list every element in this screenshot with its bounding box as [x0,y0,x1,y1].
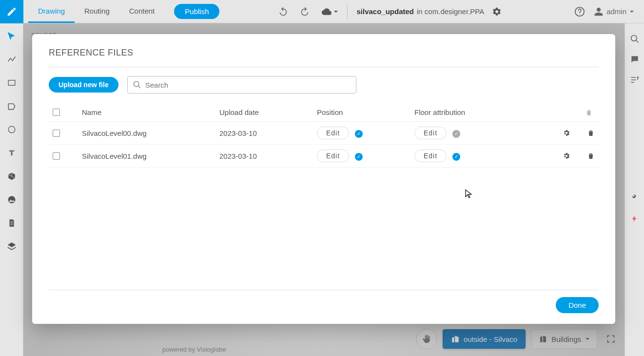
tab-content[interactable]: Content [119,0,165,23]
project-context: in com.designer.PPA [417,7,484,16]
tools-icon[interactable] [630,193,640,203]
right-toolrail [624,23,644,356]
col-floor: Floor attribution [414,108,536,116]
row-checkbox[interactable] [53,152,60,160]
table-row: SilvacoLevel01.dwg 2023-03-10 Edit ✓ Edi… [49,145,599,168]
chat-icon[interactable] [630,55,640,64]
gear-icon[interactable] [563,129,570,137]
user-name: admin [606,7,626,16]
files-table: Name Upload date Position Floor attribut… [49,103,599,168]
polygon-icon[interactable] [6,100,18,112]
modal-toolbar: Upload new file [49,76,599,94]
list-icon[interactable] [630,75,640,85]
upload-new-file-button[interactable]: Upload new file [49,77,118,93]
topbar-right: admin [574,6,634,17]
divider [347,4,348,19]
tab-drawing[interactable]: Drawing [28,0,75,23]
file-name: SilvacoLevel01.dwg [82,152,219,160]
image-icon[interactable] [6,194,18,206]
edit-floor-button[interactable]: Edit [414,150,447,162]
main-tabs: Drawing Routing Content [28,0,164,23]
search-field[interactable] [127,76,356,94]
edit-position-button[interactable]: Edit [317,150,349,162]
undo-icon[interactable] [278,6,289,17]
cube-icon[interactable] [6,170,18,182]
col-name: Name [82,108,219,116]
svg-point-5 [631,36,637,41]
svg-point-1 [579,14,580,14]
pencil-icon [6,6,17,17]
chevron-down-icon [629,9,634,14]
check-badge: ✓ [452,153,460,161]
check-badge: ✓ [452,130,460,138]
document-icon[interactable] [6,217,18,229]
check-badge: ✓ [355,130,363,138]
app-logo[interactable] [0,0,23,23]
trash-icon[interactable] [587,152,595,160]
cloud-sync-icon[interactable] [321,7,338,17]
col-upload-date: Upload date [219,108,317,116]
history-controls [278,6,338,17]
line-icon[interactable] [6,54,18,65]
search-icon[interactable] [630,34,640,44]
file-date: 2023-03-10 [219,152,317,160]
chevron-down-icon [333,9,338,14]
svg-rect-2 [8,80,15,86]
done-button[interactable]: Done [556,297,599,313]
text-icon[interactable] [6,147,18,159]
file-name: SilvacoLevel00.dwg [82,129,219,137]
topbar: Drawing Routing Content Publish silvaco_… [0,0,644,23]
trash-icon[interactable] [587,129,595,137]
left-toolrail [0,23,23,356]
row-checkbox[interactable] [53,130,60,137]
select-all-checkbox[interactable] [53,109,60,116]
help-icon[interactable] [574,6,585,17]
svg-point-3 [8,126,15,133]
divider [49,290,599,290]
svg-point-6 [134,81,139,87]
table-header: Name Upload date Position Floor attribut… [49,103,599,122]
tab-routing[interactable]: Routing [75,0,119,23]
bolt-icon[interactable] [631,214,639,224]
project-name: silvaco_updated [356,7,414,16]
search-input[interactable] [145,81,351,89]
redo-icon[interactable] [299,6,310,17]
project-breadcrumb[interactable]: silvaco_updated in com.designer.PPA [356,7,502,17]
col-position: Position [317,108,414,116]
cursor-icon[interactable] [6,30,18,42]
gear-icon[interactable] [492,7,502,17]
circle-icon[interactable] [6,124,18,135]
check-badge: ✓ [355,153,363,161]
gear-icon[interactable] [563,152,570,160]
divider [49,67,599,67]
publish-button[interactable]: Publish [174,4,219,19]
user-menu[interactable]: admin [594,7,634,17]
modal-title: REFERENCE FILES [49,48,599,58]
person-icon [594,7,604,17]
reference-files-modal: REFERENCE FILES Upload new file Name Upl… [32,34,615,324]
rectangle-icon[interactable] [6,77,18,89]
svg-point-4 [8,196,15,204]
edit-floor-button[interactable]: Edit [414,127,447,139]
edit-position-button[interactable]: Edit [317,127,349,139]
layers-icon[interactable] [6,241,18,252]
table-row: SilvacoLevel00.dwg 2023-03-10 Edit ✓ Edi… [49,122,599,145]
file-date: 2023-03-10 [219,129,317,137]
trash-icon [585,109,595,116]
search-icon [133,80,141,89]
